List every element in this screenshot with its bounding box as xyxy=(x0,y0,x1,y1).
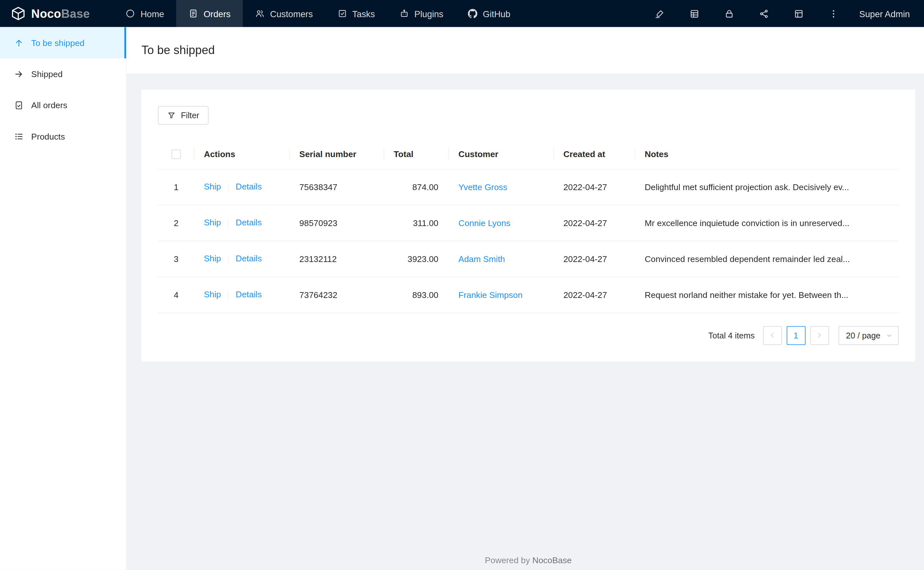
page-size-select[interactable]: 20 / page xyxy=(838,326,899,345)
filter-button[interactable]: Filter xyxy=(158,106,209,125)
table-row: 2 ShipDetails 98570923 311.00 Connie Lyo… xyxy=(158,205,899,241)
details-link[interactable]: Details xyxy=(236,290,262,299)
created-at-cell: 2022-04-27 xyxy=(554,241,635,277)
nav-item-customers[interactable]: Customers xyxy=(243,0,325,27)
page-title: To be shipped xyxy=(141,44,215,57)
main-nav: Home Orders Customers Tasks xyxy=(114,0,523,27)
nav-item-plugins[interactable]: Plugins xyxy=(387,0,455,27)
ship-link[interactable]: Ship xyxy=(204,290,221,299)
column-header-total: Total xyxy=(384,139,449,169)
table-row: 4 ShipDetails 73764232 893.00 Frankie Si… xyxy=(158,277,899,313)
share-button[interactable] xyxy=(747,0,781,27)
nocobase-logo[interactable]: NocoBase xyxy=(0,0,103,27)
sidebar-item-all-orders[interactable]: All orders xyxy=(0,89,126,121)
nav-item-label: Customers xyxy=(270,8,313,18)
sidebar-item-products[interactable]: Products xyxy=(0,121,126,152)
nav-item-home[interactable]: Home xyxy=(114,0,177,27)
footer-brand: NocoBase xyxy=(532,556,572,565)
divider xyxy=(228,255,229,263)
nav-item-tasks[interactable]: Tasks xyxy=(325,0,387,27)
column-header-customer: Customer xyxy=(449,139,554,169)
user-menu[interactable]: Super Admin xyxy=(851,0,924,27)
sidebar-item-label: Products xyxy=(31,132,65,141)
details-link[interactable]: Details xyxy=(236,182,262,192)
footer: Powered by NocoBase xyxy=(141,548,915,570)
column-header-actions: Actions xyxy=(195,139,290,169)
customers-icon xyxy=(255,9,265,18)
nav-item-label: Plugins xyxy=(414,8,443,18)
table-header-row: Actions Serial number Total Customer Cre… xyxy=(158,139,899,169)
sidebar-item-to-be-shipped[interactable]: To be shipped xyxy=(0,27,126,58)
created-at-cell: 2022-04-27 xyxy=(554,277,635,313)
nav-item-orders[interactable]: Orders xyxy=(176,0,243,27)
column-header-created-at: Created at xyxy=(554,139,635,169)
notes-cell: Convinced resembled dependent remainder … xyxy=(635,241,898,277)
sidebar-item-label: To be shipped xyxy=(31,38,84,47)
page-1-button[interactable]: 1 xyxy=(787,326,805,345)
nav-item-github[interactable]: GitHub xyxy=(456,0,523,27)
design-mode-icon xyxy=(655,8,665,18)
pagination-total: Total 4 items xyxy=(709,331,755,340)
arrow-right-icon xyxy=(14,69,24,79)
customer-link[interactable]: Yvette Gross xyxy=(458,182,507,192)
next-page-button[interactable] xyxy=(810,326,829,345)
total-cell: 3923.00 xyxy=(384,241,449,277)
customer-link[interactable]: Adam Smith xyxy=(458,254,505,263)
plugins-icon xyxy=(400,9,409,18)
home-icon xyxy=(126,9,135,18)
notes-cell: Mr excellence inquietude conviction is i… xyxy=(635,205,898,241)
prev-page-button[interactable] xyxy=(763,326,782,345)
customer-cell: Adam Smith xyxy=(449,241,554,277)
notes-cell: Request norland neither mistake for yet.… xyxy=(635,277,898,313)
filter-icon xyxy=(167,112,175,120)
arrow-up-icon xyxy=(14,38,24,47)
powered-by-text: Powered by xyxy=(485,556,532,565)
pagination: Total 4 items 1 xyxy=(158,326,899,345)
design-mode-button[interactable] xyxy=(642,0,677,27)
total-cell: 874.00 xyxy=(384,169,449,205)
row-index: 3 xyxy=(158,241,195,277)
collections-icon xyxy=(690,8,700,18)
divider xyxy=(228,291,229,299)
nav-item-label: Home xyxy=(140,8,164,18)
column-header-notes: Notes xyxy=(635,139,898,169)
chevron-down-icon xyxy=(886,332,892,338)
serial-cell: 98570923 xyxy=(290,205,384,241)
top-navbar: NocoBase Home Orders Customers xyxy=(0,0,924,27)
sidebar-item-label: Shipped xyxy=(31,69,63,79)
customer-cell: Yvette Gross xyxy=(449,169,554,205)
actions-cell: ShipDetails xyxy=(195,241,290,277)
lock-button[interactable] xyxy=(712,0,747,27)
orders-icon xyxy=(189,9,198,18)
main-area: To be shipped Filter xyxy=(127,27,924,570)
more-button[interactable] xyxy=(816,0,851,27)
actions-cell: ShipDetails xyxy=(195,277,290,313)
ship-link[interactable]: Ship xyxy=(204,254,221,263)
sidebar-item-shipped[interactable]: Shipped xyxy=(0,58,126,89)
divider xyxy=(228,219,229,227)
filter-button-label: Filter xyxy=(181,111,199,120)
customer-cell: Frankie Simpson xyxy=(449,277,554,313)
customer-link[interactable]: Frankie Simpson xyxy=(458,290,523,299)
list-icon xyxy=(14,132,24,141)
select-all-checkbox[interactable] xyxy=(172,150,181,159)
row-index: 1 xyxy=(158,169,195,205)
ship-link[interactable]: Ship xyxy=(204,218,221,227)
details-link[interactable]: Details xyxy=(236,254,262,263)
customer-link[interactable]: Connie Lyons xyxy=(458,218,510,227)
row-index: 4 xyxy=(158,277,195,313)
ship-link[interactable]: Ship xyxy=(204,182,221,192)
serial-cell: 23132112 xyxy=(290,241,384,277)
sidebar-item-label: All orders xyxy=(31,100,67,110)
collections-button[interactable] xyxy=(677,0,712,27)
row-index: 2 xyxy=(158,205,195,241)
created-at-cell: 2022-04-27 xyxy=(554,169,635,205)
orders-card: Filter Actions Serial number xyxy=(141,89,915,361)
serial-cell: 75638347 xyxy=(290,169,384,205)
layout-button[interactable] xyxy=(781,0,816,27)
details-link[interactable]: Details xyxy=(236,218,262,227)
actions-cell: ShipDetails xyxy=(195,205,290,241)
app-root: NocoBase Home Orders Customers xyxy=(0,0,924,570)
chevron-left-icon xyxy=(769,332,775,339)
page-size-value: 20 / page xyxy=(846,331,880,340)
